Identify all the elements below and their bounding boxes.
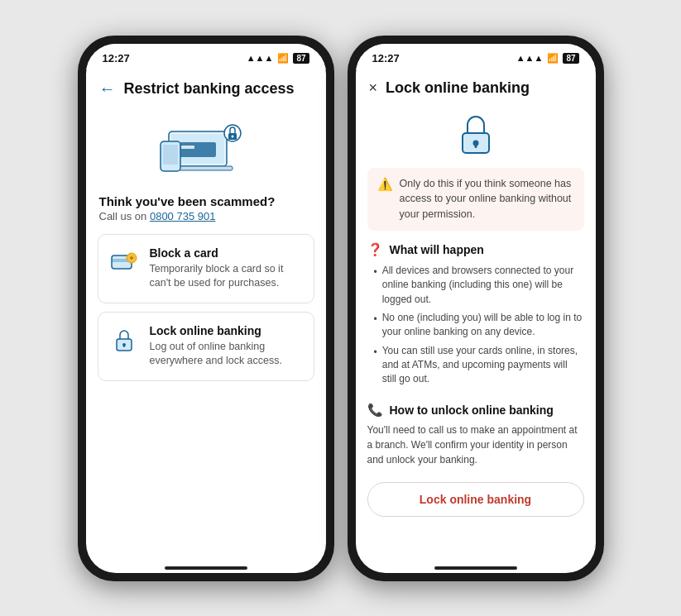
lock-banking-desc: Log out of online banking everywhere and… bbox=[150, 340, 304, 369]
wifi-icon-2: 📶 bbox=[547, 53, 559, 64]
lock-hero bbox=[356, 105, 596, 168]
signal-icon-2: ▲▲▲ bbox=[516, 53, 544, 63]
bullet-text-3: You can still use your cards online, in … bbox=[382, 344, 584, 387]
scam-link: Call us on 0800 735 901 bbox=[99, 210, 313, 222]
wifi-icon-1: 📶 bbox=[277, 53, 289, 64]
svg-rect-3 bbox=[180, 142, 216, 157]
block-card-text: Block a card Temporarily block a card so… bbox=[150, 246, 304, 291]
time-1: 12:27 bbox=[103, 52, 130, 64]
home-indicator-1 bbox=[86, 560, 326, 573]
screens-container: 12:27 ▲▲▲ 📶 87 ← Restrict banking access bbox=[78, 36, 604, 581]
unlock-section: 📞 How to unlock online banking You'll ne… bbox=[356, 399, 596, 475]
hero-illustration bbox=[86, 107, 326, 194]
close-button[interactable]: × bbox=[369, 79, 378, 97]
status-icons-2: ▲▲▲ 📶 87 bbox=[516, 53, 579, 64]
home-bar-1 bbox=[165, 566, 247, 570]
page-title-1: Restrict banking access bbox=[124, 80, 295, 98]
svg-rect-6 bbox=[163, 145, 178, 165]
screen2-content: × Lock online banking ⚠️ Only do this if bbox=[356, 69, 596, 560]
lock-hero-svg bbox=[454, 113, 497, 156]
lock-icon-screen1 bbox=[108, 324, 140, 356]
phone-1: 12:27 ▲▲▲ 📶 87 ← Restrict banking access bbox=[78, 36, 334, 581]
nav-header-1: ← Restrict banking access bbox=[86, 69, 326, 107]
time-2: 12:27 bbox=[372, 52, 400, 64]
lock-online-banking-button[interactable]: Lock online banking bbox=[367, 482, 584, 517]
block-card-title: Block a card bbox=[150, 246, 304, 260]
bullet-text-2: No one (including you) will be able to l… bbox=[382, 311, 584, 340]
status-icons-1: ▲▲▲ 📶 87 bbox=[247, 53, 309, 64]
warning-text: Only do this if you think someone has ac… bbox=[400, 176, 574, 222]
unlock-title: How to unlock online banking bbox=[390, 404, 554, 417]
lock-banking-option[interactable]: Lock online banking Log out of online ba… bbox=[98, 312, 314, 381]
svg-point-9 bbox=[231, 135, 233, 137]
lock-banking-text: Lock online banking Log out of online ba… bbox=[150, 324, 304, 369]
bullet-text-1: All devices and browsers connected to yo… bbox=[382, 264, 584, 307]
phone-icon: 📞 bbox=[367, 403, 383, 418]
status-bar-2: 12:27 ▲▲▲ 📶 87 bbox=[356, 44, 596, 69]
signal-icon-1: ▲▲▲ bbox=[247, 53, 274, 63]
phone-2: 12:27 ▲▲▲ 📶 87 × Lock online banking bbox=[348, 36, 604, 581]
warning-icon: ⚠️ bbox=[377, 177, 393, 192]
card-icon bbox=[108, 246, 140, 278]
bullet-list: • All devices and browsers connected to … bbox=[367, 264, 584, 387]
question-icon: ❓ bbox=[367, 242, 383, 257]
bullet-dot-2: • bbox=[374, 313, 377, 340]
info-title: What will happen bbox=[390, 243, 484, 256]
status-bar-1: 12:27 ▲▲▲ 📶 87 bbox=[86, 44, 326, 69]
bullet-dot-1: • bbox=[374, 265, 377, 307]
bullet-item-1: • All devices and browsers connected to … bbox=[374, 264, 584, 307]
warning-box: ⚠️ Only do this if you think someone has… bbox=[367, 168, 584, 231]
page-title-2: Lock online banking bbox=[386, 79, 530, 97]
svg-rect-4 bbox=[181, 146, 194, 149]
what-will-happen-section: ❓ What will happen • All devices and bro… bbox=[356, 242, 596, 399]
bullet-dot-3: • bbox=[374, 346, 377, 387]
nav-header-2: × Lock online banking bbox=[356, 69, 596, 105]
block-card-option[interactable]: Block a card Temporarily block a card so… bbox=[98, 234, 314, 303]
unlock-header: 📞 How to unlock online banking bbox=[367, 403, 584, 418]
unlock-desc: You'll need to call us to make an appoin… bbox=[367, 423, 584, 467]
info-header: ❓ What will happen bbox=[367, 242, 584, 257]
back-button[interactable]: ← bbox=[99, 79, 116, 98]
scam-phone-link[interactable]: 0800 735 901 bbox=[150, 210, 216, 222]
screen1-content: ← Restrict banking access bbox=[86, 69, 326, 560]
bullet-item-3: • You can still use your cards online, i… bbox=[374, 344, 584, 387]
home-bar-2 bbox=[434, 566, 517, 570]
lock-svg-screen1 bbox=[108, 324, 140, 356]
home-indicator-2 bbox=[356, 560, 596, 573]
hero-svg bbox=[156, 115, 256, 181]
lock-banking-title: Lock online banking bbox=[150, 324, 304, 337]
scam-section: Think you've been scammed? Call us on 08… bbox=[86, 194, 326, 234]
svg-rect-17 bbox=[123, 345, 125, 347]
block-card-desc: Temporarily block a card so it can't be … bbox=[150, 262, 304, 291]
bullet-item-2: • No one (including you) will be able to… bbox=[374, 311, 584, 340]
scam-title: Think you've been scammed? bbox=[99, 194, 313, 208]
battery-icon-2: 87 bbox=[563, 53, 578, 64]
svg-rect-20 bbox=[474, 144, 477, 148]
battery-icon-1: 87 bbox=[293, 53, 309, 64]
lock-btn-container: Lock online banking bbox=[356, 475, 596, 525]
card-svg bbox=[108, 246, 140, 278]
